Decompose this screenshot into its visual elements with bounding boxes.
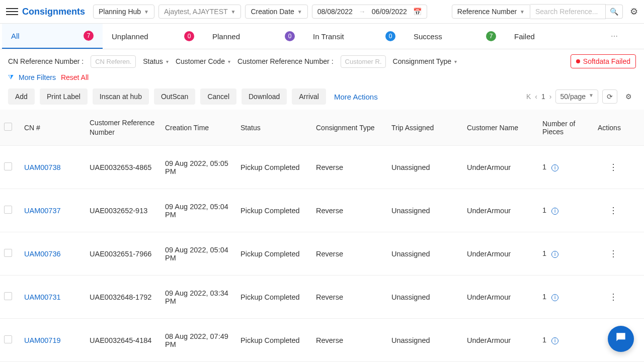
cell-time: 09 Aug 2022, 03:34 PM: [161, 284, 236, 310]
cn-link[interactable]: UAM00738: [24, 163, 61, 171]
row-checkbox[interactable]: [4, 206, 12, 214]
refresh-icon: ⟳: [607, 93, 613, 101]
consignment-type-dropdown[interactable]: Consignment Type ▾: [393, 57, 457, 65]
cn-link[interactable]: UAM00719: [24, 336, 61, 344]
info-icon[interactable]: i: [551, 164, 558, 171]
cell-cust-ref: UAE0032653-4865: [86, 158, 161, 176]
tab-planned[interactable]: Planned0: [203, 24, 304, 48]
cell-pieces: 1 i: [538, 158, 594, 176]
cell-type: Reverse: [312, 202, 387, 220]
table-settings-button[interactable]: ⚙: [621, 90, 636, 103]
hub-select-dropdown[interactable]: Ajaytest, AJAYTEST ▼: [158, 5, 241, 19]
settings-icon[interactable]: ⚙: [630, 6, 638, 17]
more-filters-link[interactable]: More Filters: [19, 73, 56, 81]
customer-code-label: Customer Code: [176, 57, 225, 65]
search-button[interactable]: 🔍: [606, 5, 623, 19]
row-actions-menu[interactable]: ⋯: [594, 287, 634, 308]
cell-pieces: 1 i: [538, 244, 594, 263]
table-row: UAM00736UAE0032651-796609 Aug 2022, 05:0…: [0, 232, 644, 276]
refresh-button[interactable]: ⟳: [602, 89, 617, 104]
cell-type: Reverse: [312, 158, 387, 176]
menu-icon[interactable]: [6, 6, 18, 18]
reset-all-link[interactable]: Reset All: [61, 73, 89, 81]
softdata-failed-button[interactable]: Softdata Failed: [571, 54, 636, 68]
row-checkbox[interactable]: [4, 335, 12, 343]
cell-customer: UnderArmour: [463, 288, 538, 306]
cn-ref-label: CN Reference Number :: [8, 57, 84, 65]
cell-cust-ref: UAE0032648-1792: [86, 288, 161, 306]
tab-all[interactable]: All7: [2, 24, 103, 49]
cell-customer: UnderArmour: [463, 245, 538, 263]
date-type-dropdown[interactable]: Creation Date ▼: [245, 5, 307, 19]
customer-code-dropdown[interactable]: Customer Code ▾: [176, 57, 230, 65]
prev-page-icon[interactable]: ‹: [535, 93, 537, 101]
select-all-checkbox[interactable]: [4, 123, 12, 131]
more-vert-icon: ⋯: [608, 206, 619, 215]
col-status: Status: [236, 119, 312, 137]
tab-in-transit[interactable]: In Transit0: [304, 24, 405, 48]
row-actions-menu[interactable]: ⋯: [594, 243, 634, 264]
cell-status: Pickup Completed: [236, 245, 312, 263]
tab-label: Unplanned: [112, 32, 148, 41]
cell-pieces: 1 i: [538, 201, 594, 220]
date-to: 06/09/2022: [372, 8, 407, 16]
chat-fab[interactable]: [608, 326, 634, 352]
row-checkbox[interactable]: [4, 249, 12, 257]
inscan-button[interactable]: Inscan at hub: [93, 88, 149, 105]
status-filter-dropdown[interactable]: Status ▾: [143, 57, 169, 65]
table-row: UAM00738UAE0032653-486509 Aug 2022, 05:0…: [0, 146, 644, 189]
more-actions-link[interactable]: More Actions: [334, 93, 378, 101]
page-size-dropdown[interactable]: 50/page ▼: [555, 89, 598, 104]
table-row: UAM00719UAE0032645-418408 Aug 2022, 07:4…: [0, 319, 644, 362]
tab-count-badge: 0: [385, 31, 395, 41]
cell-trip: Unassigned: [387, 202, 463, 220]
page-title: Consignments: [22, 7, 85, 17]
first-page-icon[interactable]: K: [526, 93, 531, 101]
tab-count-badge: 7: [486, 31, 496, 41]
search-type-dropdown[interactable]: Reference Number ▼: [452, 5, 530, 19]
download-button[interactable]: Download: [242, 88, 287, 105]
row-checkbox[interactable]: [4, 292, 12, 300]
date-range-picker[interactable]: 08/08/2022 → 06/09/2022 📅: [312, 5, 427, 19]
tab-success[interactable]: Success7: [405, 24, 505, 48]
caret-down-icon: ▾: [454, 59, 457, 64]
chevron-down-icon: ▼: [589, 93, 594, 101]
col-customer: Customer Name: [463, 119, 538, 137]
cell-status: Pickup Completed: [236, 202, 312, 220]
row-checkbox[interactable]: [4, 162, 12, 170]
info-icon[interactable]: i: [551, 208, 558, 215]
row-actions-menu[interactable]: ⋯: [594, 157, 634, 178]
date-type-label: Creation Date: [251, 8, 294, 16]
outscan-button[interactable]: OutScan: [154, 88, 195, 105]
hub-select-value: Ajaytest, AJAYTEST: [164, 8, 228, 16]
arrival-button[interactable]: Arrival: [292, 88, 326, 105]
tab-failed[interactable]: Failed: [505, 25, 606, 48]
info-icon[interactable]: i: [551, 251, 558, 258]
search-input[interactable]: [530, 4, 606, 19]
row-actions-menu[interactable]: ⋯: [594, 200, 634, 221]
tab-label: Failed: [514, 32, 535, 41]
cell-trip: Unassigned: [387, 288, 463, 306]
tab-unplanned[interactable]: Unplanned0: [103, 24, 203, 48]
cn-link[interactable]: UAM00737: [24, 207, 61, 215]
info-icon[interactable]: i: [551, 294, 558, 301]
add-button[interactable]: Add: [8, 88, 35, 105]
col-actions: Actions: [594, 119, 634, 137]
cn-link[interactable]: UAM00736: [24, 250, 61, 258]
cell-customer: UnderArmour: [463, 331, 538, 349]
cell-status: Pickup Completed: [236, 158, 312, 176]
cust-ref-input[interactable]: [341, 55, 386, 68]
cell-trip: Unassigned: [387, 245, 463, 263]
cell-status: Pickup Completed: [236, 288, 312, 306]
tabs-more-icon[interactable]: ⋯: [606, 25, 623, 47]
cn-ref-input[interactable]: [91, 55, 136, 68]
print-label-button[interactable]: Print Label: [40, 88, 88, 105]
status-filter-label: Status: [143, 57, 163, 65]
next-page-icon[interactable]: ›: [549, 93, 552, 101]
caret-down-icon: ▾: [166, 59, 169, 64]
cell-time: 09 Aug 2022, 05:04 PM: [161, 198, 236, 224]
info-icon[interactable]: i: [551, 337, 558, 344]
cn-link[interactable]: UAM00731: [24, 293, 61, 301]
planning-hub-dropdown[interactable]: Planning Hub ▼: [93, 5, 154, 19]
cancel-button[interactable]: Cancel: [200, 88, 236, 105]
